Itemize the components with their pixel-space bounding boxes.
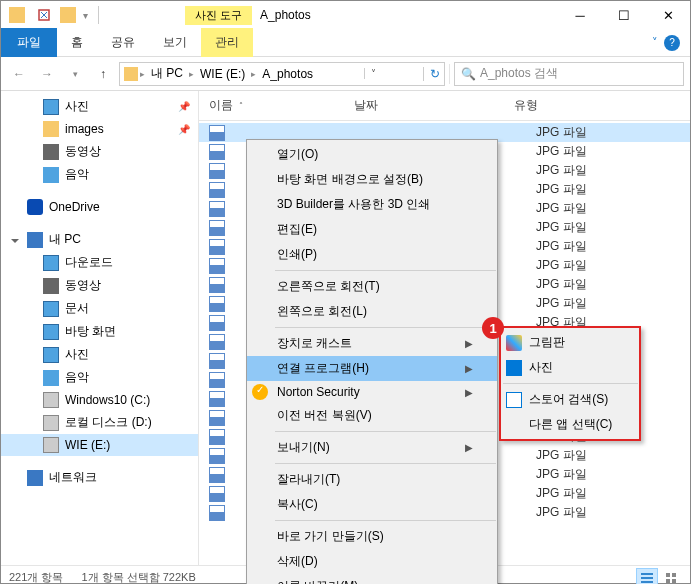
separator bbox=[449, 64, 450, 84]
file-type: JPG 파일 bbox=[536, 276, 587, 293]
sidebar-item[interactable]: 로컬 디스크 (D:) bbox=[1, 411, 198, 434]
photos-icon bbox=[506, 360, 522, 376]
navbar: ← → ▾ ↑ ▸ 내 PC ▸ WIE (E:) ▸ A_photos ˅ ↻… bbox=[1, 57, 690, 91]
context-menu-item[interactable]: 바탕 화면 배경으로 설정(B) bbox=[247, 167, 497, 192]
submenu-item[interactable]: 스토어 검색(S) bbox=[501, 387, 639, 412]
column-name[interactable]: 이름˄ bbox=[209, 97, 354, 114]
view-buttons bbox=[636, 568, 682, 585]
context-menu-item[interactable]: 인쇄(P) bbox=[247, 242, 497, 267]
context-menu-item[interactable]: 열기(O) bbox=[247, 142, 497, 167]
context-menu-item[interactable]: 복사(C) bbox=[247, 492, 497, 517]
sidebar-item[interactable]: 바탕 화면 bbox=[1, 320, 198, 343]
view-icons-button[interactable] bbox=[660, 568, 682, 585]
desktop-icon bbox=[43, 324, 59, 340]
sidebar-item[interactable]: 네트워크 bbox=[1, 466, 198, 489]
sidebar-item[interactable]: OneDrive bbox=[1, 196, 198, 218]
sidebar-item-label: 내 PC bbox=[49, 231, 81, 248]
submenu-arrow-icon: ▶ bbox=[465, 363, 473, 374]
context-menu-label: 삭제(D) bbox=[277, 553, 318, 570]
sidebar-item[interactable]: WIE (E:) bbox=[1, 434, 198, 456]
sidebar-item[interactable]: 동영상 bbox=[1, 274, 198, 297]
context-menu-item[interactable]: 오른쪽으로 회전(T) bbox=[247, 274, 497, 299]
submenu-item[interactable]: 그림판 bbox=[501, 330, 639, 355]
breadcrumb-seg-drive[interactable]: WIE (E:) bbox=[196, 67, 249, 81]
sidebar-item[interactable]: 사진 bbox=[1, 343, 198, 366]
qat-dropdown-icon[interactable]: ▾ bbox=[83, 10, 88, 21]
column-type[interactable]: 유형 bbox=[514, 97, 690, 114]
drive-icon bbox=[43, 437, 59, 453]
jpg-file-icon bbox=[209, 486, 225, 502]
context-menu-item[interactable]: 삭제(D) bbox=[247, 549, 497, 574]
sidebar-item[interactable]: 다운로드 bbox=[1, 251, 198, 274]
sidebar-item[interactable]: 음악 bbox=[1, 366, 198, 389]
pin-icon: 📌 bbox=[178, 124, 190, 135]
search-box[interactable]: 🔍 A_photos 검색 bbox=[454, 62, 684, 86]
context-menu-item[interactable]: 바로 가기 만들기(S) bbox=[247, 524, 497, 549]
ribbon-tab-share[interactable]: 공유 bbox=[97, 28, 149, 57]
context-menu-label: 열기(O) bbox=[277, 146, 318, 163]
view-details-button[interactable] bbox=[636, 568, 658, 585]
sidebar-item-label: 동영상 bbox=[65, 143, 101, 160]
context-menu-item[interactable]: 보내기(N)▶ bbox=[247, 435, 497, 460]
breadcrumb-seg-folder[interactable]: A_photos bbox=[258, 67, 317, 81]
ribbon-tab-manage[interactable]: 관리 bbox=[201, 28, 253, 57]
context-menu-item[interactable]: 이전 버전 복원(V) bbox=[247, 403, 497, 428]
sidebar-item[interactable]: images📌 bbox=[1, 118, 198, 140]
context-menu-item[interactable]: 연결 프로그램(H)▶ bbox=[247, 356, 497, 381]
context-menu-item[interactable]: 편집(E) bbox=[247, 217, 497, 242]
forward-button[interactable]: → bbox=[35, 62, 59, 86]
context-menu-item[interactable]: 장치로 캐스트▶ bbox=[247, 331, 497, 356]
breadcrumb-dropdown-icon[interactable]: ˅ bbox=[364, 68, 376, 79]
chevron-right-icon[interactable]: ▸ bbox=[249, 69, 258, 79]
contextual-tab-group: 사진 도구 bbox=[185, 6, 252, 25]
qat-newfolder-button[interactable] bbox=[57, 4, 79, 26]
minimize-button[interactable]: ─ bbox=[558, 1, 602, 29]
column-date[interactable]: 날짜 bbox=[354, 97, 514, 114]
submenu-item[interactable]: 사진 bbox=[501, 355, 639, 380]
folder-icon bbox=[60, 7, 76, 23]
submenu-arrow-icon: ▶ bbox=[465, 442, 473, 453]
maximize-button[interactable]: ☐ bbox=[602, 1, 646, 29]
drive-icon bbox=[43, 415, 59, 431]
sidebar-item[interactable]: Windows10 (C:) bbox=[1, 389, 198, 411]
help-icon[interactable]: ? bbox=[664, 35, 680, 51]
svg-rect-2 bbox=[672, 573, 676, 577]
jpg-file-icon bbox=[209, 258, 225, 274]
qat-properties-button[interactable] bbox=[33, 4, 55, 26]
sidebar: 사진📌images📌동영상음악OneDrive내 PC다운로드동영상문서바탕 화… bbox=[1, 91, 199, 565]
context-submenu-openwith: 그림판사진스토어 검색(S)다른 앱 선택(C) bbox=[499, 326, 641, 441]
sidebar-item[interactable]: 내 PC bbox=[1, 228, 198, 251]
sidebar-item[interactable]: 사진📌 bbox=[1, 95, 198, 118]
up-button[interactable]: ↑ bbox=[91, 62, 115, 86]
ribbon-right: ˅ ? bbox=[652, 35, 690, 51]
breadcrumb[interactable]: ▸ 내 PC ▸ WIE (E:) ▸ A_photos ˅ ↻ bbox=[119, 62, 445, 86]
chevron-right-icon[interactable]: ▸ bbox=[187, 69, 196, 79]
sidebar-item-label: WIE (E:) bbox=[65, 438, 110, 452]
ribbon-file-tab[interactable]: 파일 bbox=[1, 28, 57, 57]
sidebar-item[interactable]: 문서 bbox=[1, 297, 198, 320]
ribbon-tab-view[interactable]: 보기 bbox=[149, 28, 201, 57]
jpg-file-icon bbox=[209, 201, 225, 217]
context-menu-item[interactable]: 잘라내기(T) bbox=[247, 467, 497, 492]
context-menu-label: 잘라내기(T) bbox=[277, 471, 340, 488]
status-count: 221개 항목 bbox=[9, 570, 63, 584]
file-type: JPG 파일 bbox=[536, 257, 587, 274]
sidebar-item[interactable]: 음악 bbox=[1, 163, 198, 186]
breadcrumb-seg-pc[interactable]: 내 PC bbox=[147, 65, 187, 82]
column-headers: 이름˄ 날짜 유형 bbox=[199, 91, 690, 121]
refresh-icon[interactable]: ↻ bbox=[423, 67, 440, 81]
context-menu-item[interactable]: 이름 바꾸기(M) bbox=[247, 574, 497, 584]
chevron-right-icon[interactable]: ▸ bbox=[138, 69, 147, 79]
submenu-label: 사진 bbox=[529, 359, 553, 376]
ribbon-tab-home[interactable]: 홈 bbox=[57, 28, 97, 57]
sidebar-item-label: OneDrive bbox=[49, 200, 100, 214]
sidebar-item[interactable]: 동영상 bbox=[1, 140, 198, 163]
history-dropdown[interactable]: ▾ bbox=[63, 62, 87, 86]
context-menu-item[interactable]: ✓Norton Security▶ bbox=[247, 381, 497, 403]
back-button[interactable]: ← bbox=[7, 62, 31, 86]
collapse-ribbon-icon[interactable]: ˅ bbox=[652, 36, 658, 49]
close-button[interactable]: ✕ bbox=[646, 1, 690, 29]
submenu-item[interactable]: 다른 앱 선택(C) bbox=[501, 412, 639, 437]
context-menu-item[interactable]: 왼쪽으로 회전(L) bbox=[247, 299, 497, 324]
context-menu-item[interactable]: 3D Builder를 사용한 3D 인쇄 bbox=[247, 192, 497, 217]
